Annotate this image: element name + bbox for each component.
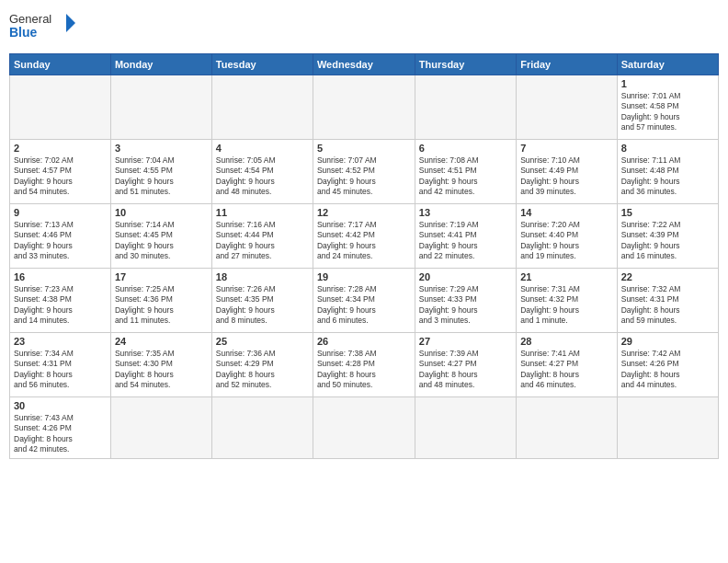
day-number: 20 (419, 271, 512, 282)
day-info: Sunrise: 7:32 AMSunset: 4:31 PMDaylight:… (621, 284, 714, 327)
calendar-cell: 29Sunrise: 7:42 AMSunset: 4:26 PMDayligh… (617, 333, 718, 397)
svg-text:Blue: Blue (9, 25, 38, 40)
day-info: Sunrise: 7:25 AMSunset: 4:36 PMDaylight:… (115, 284, 208, 327)
day-number: 8 (621, 143, 714, 154)
day-number: 27 (419, 336, 512, 347)
calendar-cell: 30Sunrise: 7:43 AMSunset: 4:26 PMDayligh… (10, 397, 111, 459)
day-number: 1 (621, 78, 714, 89)
day-info: Sunrise: 7:29 AMSunset: 4:33 PMDaylight:… (419, 284, 512, 327)
day-info: Sunrise: 7:36 AMSunset: 4:29 PMDaylight:… (216, 349, 309, 391)
day-info: Sunrise: 7:23 AMSunset: 4:38 PMDaylight:… (14, 284, 107, 327)
header-saturday: Saturday (617, 54, 718, 75)
day-number: 29 (621, 336, 714, 347)
day-number: 6 (419, 143, 512, 154)
day-number: 5 (317, 143, 411, 154)
day-number: 24 (115, 336, 208, 347)
calendar-cell: 24Sunrise: 7:35 AMSunset: 4:30 PMDayligh… (110, 333, 211, 397)
calendar-cell: 19Sunrise: 7:28 AMSunset: 4:34 PMDayligh… (313, 269, 415, 333)
calendar-cell: 6Sunrise: 7:08 AMSunset: 4:51 PMDaylight… (415, 140, 516, 204)
calendar-cell (211, 75, 313, 140)
calendar-cell: 23Sunrise: 7:34 AMSunset: 4:31 PMDayligh… (10, 333, 111, 397)
calendar-cell (617, 397, 718, 459)
calendar-cell: 25Sunrise: 7:36 AMSunset: 4:29 PMDayligh… (211, 333, 313, 397)
day-info: Sunrise: 7:16 AMSunset: 4:44 PMDaylight:… (216, 220, 309, 262)
calendar-cell (110, 75, 211, 140)
day-info: Sunrise: 7:31 AMSunset: 4:32 PMDaylight:… (520, 284, 613, 327)
calendar-cell (517, 75, 618, 140)
day-number: 18 (216, 271, 309, 282)
day-info: Sunrise: 7:14 AMSunset: 4:45 PMDaylight:… (115, 220, 208, 262)
day-number: 12 (317, 207, 411, 218)
calendar-cell: 1Sunrise: 7:01 AMSunset: 4:58 PMDaylight… (617, 75, 718, 140)
calendar-cell: 10Sunrise: 7:14 AMSunset: 4:45 PMDayligh… (110, 204, 211, 269)
day-number: 9 (14, 207, 107, 218)
day-info: Sunrise: 7:01 AMSunset: 4:58 PMDaylight:… (621, 91, 714, 133)
day-number: 25 (216, 336, 309, 347)
calendar-table: Sunday Monday Tuesday Wednesday Thursday… (9, 53, 719, 459)
day-info: Sunrise: 7:43 AMSunset: 4:26 PMDaylight:… (14, 413, 107, 455)
day-info: Sunrise: 7:08 AMSunset: 4:51 PMDaylight:… (419, 155, 512, 198)
day-number: 28 (520, 336, 613, 347)
header-tuesday: Tuesday (211, 54, 313, 75)
header-wednesday: Wednesday (313, 54, 415, 75)
calendar-cell (517, 397, 618, 459)
day-info: Sunrise: 7:17 AMSunset: 4:42 PMDaylight:… (317, 220, 411, 262)
day-info: Sunrise: 7:20 AMSunset: 4:40 PMDaylight:… (520, 220, 613, 262)
calendar-cell (313, 75, 415, 140)
day-number: 14 (520, 207, 613, 218)
calendar-cell: 2Sunrise: 7:02 AMSunset: 4:57 PMDaylight… (10, 140, 111, 204)
day-number: 7 (520, 143, 613, 154)
calendar-cell: 9Sunrise: 7:13 AMSunset: 4:46 PMDaylight… (10, 204, 111, 269)
calendar-cell (313, 397, 415, 459)
calendar-cell: 15Sunrise: 7:22 AMSunset: 4:39 PMDayligh… (617, 204, 718, 269)
header-friday: Friday (517, 54, 618, 75)
calendar-cell: 26Sunrise: 7:38 AMSunset: 4:28 PMDayligh… (313, 333, 415, 397)
day-info: Sunrise: 7:05 AMSunset: 4:54 PMDaylight:… (216, 155, 309, 198)
day-number: 13 (419, 207, 512, 218)
calendar-cell: 20Sunrise: 7:29 AMSunset: 4:33 PMDayligh… (415, 269, 516, 333)
calendar-cell (10, 75, 111, 140)
calendar-cell: 16Sunrise: 7:23 AMSunset: 4:38 PMDayligh… (10, 269, 111, 333)
day-number: 10 (115, 207, 208, 218)
calendar-cell: 22Sunrise: 7:32 AMSunset: 4:31 PMDayligh… (617, 269, 718, 333)
calendar-cell: 7Sunrise: 7:10 AMSunset: 4:49 PMDaylight… (517, 140, 618, 204)
day-info: Sunrise: 7:39 AMSunset: 4:27 PMDaylight:… (419, 349, 512, 391)
day-info: Sunrise: 7:04 AMSunset: 4:55 PMDaylight:… (115, 155, 208, 198)
calendar-cell (110, 397, 211, 459)
header-monday: Monday (110, 54, 211, 75)
day-info: Sunrise: 7:10 AMSunset: 4:49 PMDaylight:… (520, 155, 613, 198)
calendar-cell: 14Sunrise: 7:20 AMSunset: 4:40 PMDayligh… (517, 204, 618, 269)
calendar-cell: 18Sunrise: 7:26 AMSunset: 4:35 PMDayligh… (211, 269, 313, 333)
day-number: 3 (115, 143, 208, 154)
calendar-cell: 3Sunrise: 7:04 AMSunset: 4:55 PMDaylight… (110, 140, 211, 204)
logo-svg: General Blue (9, 9, 83, 46)
day-number: 22 (621, 271, 714, 282)
calendar-cell: 8Sunrise: 7:11 AMSunset: 4:48 PMDaylight… (617, 140, 718, 204)
day-info: Sunrise: 7:35 AMSunset: 4:30 PMDaylight:… (115, 349, 208, 391)
calendar-cell (415, 75, 516, 140)
day-number: 21 (520, 271, 613, 282)
day-number: 4 (216, 143, 309, 154)
day-info: Sunrise: 7:13 AMSunset: 4:46 PMDaylight:… (14, 220, 107, 262)
day-info: Sunrise: 7:11 AMSunset: 4:48 PMDaylight:… (621, 155, 714, 198)
day-info: Sunrise: 7:07 AMSunset: 4:52 PMDaylight:… (317, 155, 411, 198)
weekday-header-row: Sunday Monday Tuesday Wednesday Thursday… (10, 54, 719, 75)
logo: General Blue (9, 9, 83, 46)
calendar-page: General Blue Sunday Monday Tuesday Wedne… (0, 0, 728, 563)
calendar-cell (415, 397, 516, 459)
day-number: 19 (317, 271, 411, 282)
day-info: Sunrise: 7:22 AMSunset: 4:39 PMDaylight:… (621, 220, 714, 262)
day-number: 2 (14, 143, 107, 154)
svg-text:General: General (9, 12, 51, 26)
day-number: 16 (14, 271, 107, 282)
calendar-cell: 13Sunrise: 7:19 AMSunset: 4:41 PMDayligh… (415, 204, 516, 269)
calendar-cell: 17Sunrise: 7:25 AMSunset: 4:36 PMDayligh… (110, 269, 211, 333)
calendar-cell: 4Sunrise: 7:05 AMSunset: 4:54 PMDaylight… (211, 140, 313, 204)
day-info: Sunrise: 7:19 AMSunset: 4:41 PMDaylight:… (419, 220, 512, 262)
calendar-cell: 5Sunrise: 7:07 AMSunset: 4:52 PMDaylight… (313, 140, 415, 204)
calendar-cell: 28Sunrise: 7:41 AMSunset: 4:27 PMDayligh… (517, 333, 618, 397)
day-info: Sunrise: 7:38 AMSunset: 4:28 PMDaylight:… (317, 349, 411, 391)
day-number: 11 (216, 207, 309, 218)
calendar-cell: 12Sunrise: 7:17 AMSunset: 4:42 PMDayligh… (313, 204, 415, 269)
header-thursday: Thursday (415, 54, 516, 75)
